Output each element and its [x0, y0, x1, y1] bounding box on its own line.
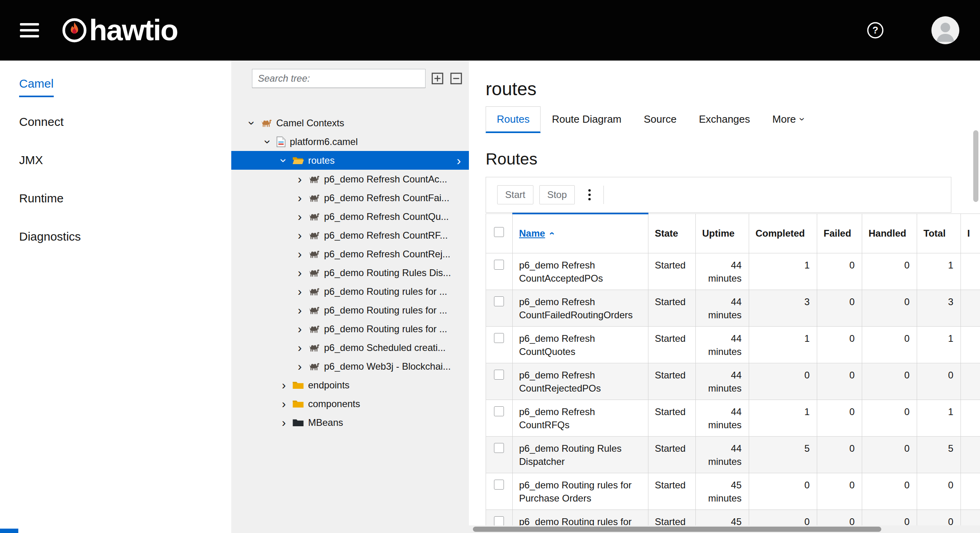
sidebar-item-runtime[interactable]: Runtime	[0, 179, 231, 218]
cell-name: p6_demo Refresh CountRFQs	[513, 400, 648, 436]
chevron-right-icon[interactable]: ›	[295, 304, 305, 316]
chevron-right-icon[interactable]: ›	[279, 379, 289, 391]
toolbar-divider	[603, 186, 604, 204]
row-checkbox[interactable]	[494, 333, 504, 343]
tab-source[interactable]: Source	[633, 106, 687, 133]
tab-more[interactable]: More›	[761, 106, 815, 133]
column-header-name[interactable]: Name›	[513, 214, 648, 253]
kebab-menu-button[interactable]	[584, 186, 595, 204]
cell-failed: 0	[817, 473, 862, 509]
tree-node-p6-demo-refresh-countfai[interactable]: ›p6_demo Refresh CountFai...	[231, 188, 469, 207]
chevron-down-icon[interactable]: ›	[246, 118, 258, 128]
tree-node-p6-demo-refresh-countqu[interactable]: ›p6_demo Refresh CountQu...	[231, 207, 469, 226]
sidebar-item-jmx[interactable]: JMX	[0, 141, 231, 179]
table-row[interactable]: p6_demo Routing rules for Purchase Order…	[486, 473, 980, 509]
tab-exchanges[interactable]: Exchanges	[688, 106, 761, 133]
tree-node-p6-demo-routing-rules-for[interactable]: ›p6_demo Routing rules for ...	[231, 301, 469, 319]
tree-node-mbeans[interactable]: ›MBeans	[231, 413, 469, 432]
tree-node-p6-demo-refresh-countrej[interactable]: ›p6_demo Refresh CountRej...	[231, 245, 469, 263]
row-checkbox[interactable]	[494, 260, 504, 270]
sidebar-item-diagnostics[interactable]: Diagnostics	[0, 218, 231, 256]
chevron-right-icon[interactable]: ›	[295, 248, 305, 260]
tab-routes[interactable]: Routes	[486, 106, 541, 133]
expand-all-button[interactable]	[431, 72, 444, 85]
chevron-down-icon[interactable]: ›	[262, 137, 274, 147]
cell-failed: 0	[817, 400, 862, 436]
tree-node-p6-demo-routing-rules-dis[interactable]: ›p6_demo Routing Rules Dis...	[231, 263, 469, 282]
column-header-completed[interactable]: Completed	[749, 214, 817, 253]
horizontal-scrollbar-thumb[interactable]	[473, 527, 881, 532]
cell-inflight-clipped	[961, 400, 980, 436]
row-checkbox[interactable]	[494, 516, 504, 526]
tree-node-p6-demo-refresh-countrf[interactable]: ›p6_demo Refresh CountRF...	[231, 226, 469, 245]
tree-node-platform6-camel[interactable]: ›platform6.camel	[231, 132, 469, 151]
tree-node-p6-demo-web3j-blockchai[interactable]: ›p6_demo Web3j - Blockchai...	[231, 357, 469, 376]
chevron-right-icon[interactable]: ›	[295, 173, 305, 185]
table-row[interactable]: p6_demo Routing rules forStarted450000	[486, 509, 980, 525]
help-button[interactable]: ?	[866, 21, 884, 39]
column-header-i[interactable]: I	[961, 214, 980, 253]
chevron-right-icon[interactable]: ›	[295, 267, 305, 279]
stop-button[interactable]: Stop	[539, 185, 575, 204]
tree-node-p6-demo-routing-rules-for[interactable]: ›p6_demo Routing rules for ...	[231, 282, 469, 301]
row-checkbox[interactable]	[494, 296, 504, 306]
tree-node-p6-demo-routing-rules-for[interactable]: ›p6_demo Routing rules for ...	[231, 319, 469, 338]
chevron-right-icon[interactable]: ›	[295, 361, 305, 372]
sidebar-item-camel[interactable]: Camel	[0, 65, 231, 103]
tree-node-label: p6_demo Web3j - Blockchai...	[324, 361, 451, 372]
vertical-scrollbar-thumb[interactable]	[973, 130, 978, 202]
collapse-all-button[interactable]	[449, 72, 463, 85]
table-row[interactable]: p6_demo Refresh CountRFQsStarted44 minut…	[486, 400, 980, 436]
chevron-right-icon[interactable]: ›	[295, 192, 305, 204]
column-header-total[interactable]: Total	[917, 214, 961, 253]
tree-node-routes[interactable]: ›routes›	[231, 151, 469, 170]
table-row[interactable]: p6_demo Refresh CountRejectedPOsStarted4…	[486, 363, 980, 400]
table-row[interactable]: p6_demo Refresh CountFailedRoutingOrders…	[486, 290, 980, 326]
brand-logo[interactable]: hawtio	[61, 16, 178, 45]
tree-search-input[interactable]	[252, 69, 426, 88]
cell-total: 1	[917, 326, 961, 363]
cell-uptime: 44 minutes	[696, 363, 749, 400]
hamburger-icon	[20, 23, 39, 25]
horizontal-scrollbar[interactable]	[469, 525, 980, 533]
help-icon: ?	[866, 21, 884, 39]
row-checkbox[interactable]	[494, 480, 504, 490]
start-button[interactable]: Start	[497, 185, 533, 204]
row-checkbox[interactable]	[494, 406, 504, 416]
select-all-checkbox[interactable]	[494, 227, 504, 237]
tab-route-diagram[interactable]: Route Diagram	[541, 106, 633, 133]
chevron-down-icon: ›	[797, 118, 808, 121]
chevron-right-icon[interactable]: ›	[295, 211, 305, 223]
chevron-right-icon[interactable]: ›	[295, 286, 305, 298]
tree-node-camel-contexts[interactable]: ›Camel Contexts	[231, 114, 469, 132]
tree-node-label: p6_demo Scheduled creati...	[324, 342, 446, 353]
table-row[interactable]: p6_demo Refresh CountQuotesStarted44 min…	[486, 326, 980, 363]
row-checkbox[interactable]	[494, 443, 504, 453]
row-checkbox-cell	[486, 509, 513, 525]
user-avatar-button[interactable]	[931, 16, 959, 44]
chevron-right-icon[interactable]: ›	[295, 229, 305, 241]
chevron-right-icon[interactable]: ›	[295, 323, 305, 335]
column-header-failed[interactable]: Failed	[817, 214, 862, 253]
drilldown-chevron-icon[interactable]: ›	[457, 154, 461, 167]
sidebar-item-connect[interactable]: Connect	[0, 103, 231, 141]
column-header-uptime[interactable]: Uptime	[696, 214, 749, 253]
chevron-right-icon[interactable]: ›	[279, 398, 289, 410]
tree-node-p6-demo-refresh-countac[interactable]: ›p6_demo Refresh CountAc...	[231, 170, 469, 188]
table-row[interactable]: p6_demo Routing Rules DispatcherStarted4…	[486, 436, 980, 473]
tree-node-endpoints[interactable]: ›endpoints	[231, 376, 469, 394]
hamburger-menu-button[interactable]	[18, 17, 41, 43]
table-row[interactable]: p6_demo Refresh CountAcceptedPOsStarted4…	[486, 253, 980, 290]
cell-handled: 0	[862, 436, 917, 473]
row-checkbox[interactable]	[494, 370, 504, 380]
svg-text:?: ?	[873, 25, 878, 35]
column-header-handled[interactable]: Handled	[862, 214, 917, 253]
camel-dark-icon	[308, 194, 320, 202]
chevron-right-icon[interactable]: ›	[295, 342, 305, 354]
column-header-state[interactable]: State	[648, 214, 696, 253]
tree-node-components[interactable]: ›components	[231, 394, 469, 413]
chevron-right-icon[interactable]: ›	[279, 417, 289, 429]
chevron-down-icon[interactable]: ›	[278, 155, 290, 166]
tree-node-p6-demo-scheduled-creati[interactable]: ›p6_demo Scheduled creati...	[231, 338, 469, 357]
cell-failed: 0	[817, 253, 862, 290]
